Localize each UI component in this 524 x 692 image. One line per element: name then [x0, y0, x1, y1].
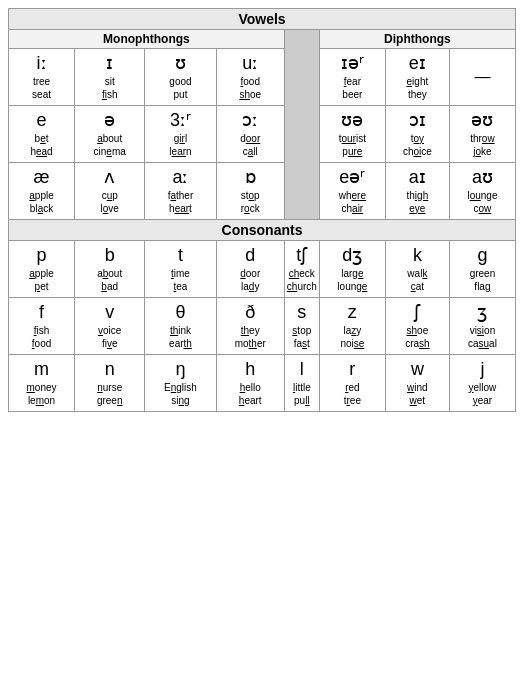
- consonant-cell: z lazynoise: [319, 298, 385, 355]
- consonant-cell: s stopfast: [284, 298, 319, 355]
- vowel-cell: ɔɪ toychoice: [385, 106, 449, 163]
- consonant-cell: m moneylemon: [9, 355, 75, 412]
- consonant-cell: t timetea: [145, 241, 216, 298]
- vowel-cell: ə aboutcinema: [75, 106, 145, 163]
- vowel-cell: ʌ cuplove: [75, 163, 145, 220]
- vowel-cell: eɪ eightthey: [385, 49, 449, 106]
- vowel-cell: ʊ goodput: [145, 49, 216, 106]
- consonant-cell: ŋ Englishsing: [145, 355, 216, 412]
- vowel-cell: aː fatherheart: [145, 163, 216, 220]
- consonant-cell: dʒ largelounge: [319, 241, 385, 298]
- consonant-cell: tʃ checkchurch: [284, 241, 319, 298]
- consonant-cell: ʃ shoecrash: [385, 298, 449, 355]
- vowel-cell: eəʳ wherechair: [319, 163, 385, 220]
- vowel-cell: æ appleblack: [9, 163, 75, 220]
- vowel-cell: ɪəʳ fearbeer: [319, 49, 385, 106]
- monophthongs-subheader: Monophthongs: [9, 30, 285, 49]
- consonant-cell: k walkcat: [385, 241, 449, 298]
- vowel-cell: uː foodshoe: [216, 49, 284, 106]
- vowel-cell: iː treeseat: [9, 49, 75, 106]
- consonant-cell: θ thinkearth: [145, 298, 216, 355]
- vowel-cell-dash: —: [449, 49, 515, 106]
- consonant-cell: j yellowyear: [449, 355, 515, 412]
- vowel-cell: ʊə touristpure: [319, 106, 385, 163]
- vowel-cell: 3ːʳ girllearn: [145, 106, 216, 163]
- diphthongs-subheader: Diphthongs: [319, 30, 515, 49]
- consonant-cell: ð theymother: [216, 298, 284, 355]
- consonant-cell: l littlepull: [284, 355, 319, 412]
- consonant-cell: w windwet: [385, 355, 449, 412]
- consonants-header: Consonants: [9, 220, 516, 241]
- vowels-header: Vowels: [9, 9, 516, 30]
- vowel-cell: aʊ loungecow: [449, 163, 515, 220]
- consonant-cell: ʒ visioncasual: [449, 298, 515, 355]
- vowel-cell: e bethead: [9, 106, 75, 163]
- consonant-cell: f fishfood: [9, 298, 75, 355]
- consonant-cell: p applepet: [9, 241, 75, 298]
- vowel-cell: ɒ stoprock: [216, 163, 284, 220]
- consonant-cell: h helloheart: [216, 355, 284, 412]
- consonant-cell: g greenflag: [449, 241, 515, 298]
- consonant-cell: b aboutbad: [75, 241, 145, 298]
- vowel-cell: aɪ thigheye: [385, 163, 449, 220]
- consonant-cell: r redtree: [319, 355, 385, 412]
- consonant-cell: d doorlady: [216, 241, 284, 298]
- consonant-cell: n nursegreen: [75, 355, 145, 412]
- vowel-cell: ɪ sitfish: [75, 49, 145, 106]
- vowel-cell: əʊ throwjoke: [449, 106, 515, 163]
- consonant-cell: v voicefive: [75, 298, 145, 355]
- ipa-chart: Vowels Monophthongs Diphthongs iː treese…: [8, 8, 516, 412]
- vowel-cell: ɔː doorcall: [216, 106, 284, 163]
